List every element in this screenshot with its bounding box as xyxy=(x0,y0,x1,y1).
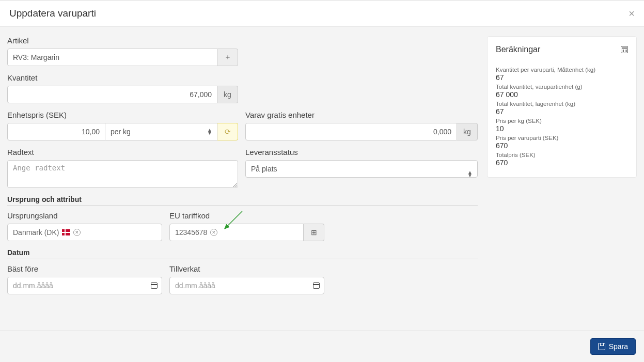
modal-body: Artikel ＋ Kvantitet kg xyxy=(0,27,644,330)
modal-footer: Spara xyxy=(0,330,644,362)
unitprice-per-select[interactable]: per kg xyxy=(105,123,217,140)
modal-title: Uppdatera varuparti xyxy=(9,8,96,19)
bestbefore-label: Bäst före xyxy=(7,264,162,273)
save-icon xyxy=(598,343,605,350)
freeunits-unit-addon: kg xyxy=(457,123,478,140)
calc-row: Pris per varuparti (SEK)670 xyxy=(496,135,628,150)
calc-row: Totalpris (SEK)670 xyxy=(496,152,628,167)
clear-tariff-button[interactable]: ✕ xyxy=(210,229,217,236)
plus-square-icon: ⊞ xyxy=(311,228,317,237)
calc-label: Total kvantitet, varupartienhet (g) xyxy=(496,84,628,90)
save-button[interactable]: Spara xyxy=(590,338,636,355)
calc-label: Kvantitet per varuparti, Måttenhet (kg) xyxy=(496,67,628,73)
article-input[interactable] xyxy=(7,49,217,66)
calc-value: 670 xyxy=(496,159,628,167)
form-area: Artikel ＋ Kvantitet kg xyxy=(7,36,487,321)
calculations-sidebar: Beräkningar Kvantitet per varuparti, Måt… xyxy=(487,36,637,321)
save-button-label: Spara xyxy=(609,342,628,351)
calc-row: Kvantitet per varuparti, Måttenhet (kg)6… xyxy=(496,67,628,82)
origin-country-label: Ursprungsland xyxy=(7,211,162,220)
calc-label: Totalpris (SEK) xyxy=(496,152,628,158)
calc-row: Pris per kg (SEK)10 xyxy=(496,118,628,133)
article-label: Artikel xyxy=(7,36,238,45)
tariff-field[interactable]: 12345678 ✕ xyxy=(169,224,304,241)
quantity-input[interactable] xyxy=(7,86,217,103)
delivery-select[interactable]: På plats xyxy=(245,160,478,178)
calculations-card: Beräkningar Kvantitet per varuparti, Måt… xyxy=(487,36,637,178)
delivery-label: Leveransstatus xyxy=(245,148,478,156)
add-article-button[interactable]: ＋ xyxy=(217,49,238,66)
calc-value: 670 xyxy=(496,141,628,150)
calc-value: 67 000 xyxy=(496,90,628,99)
calculations-list: Kvantitet per varuparti, Måttenhet (kg)6… xyxy=(496,67,628,167)
tariff-value: 12345678 xyxy=(175,228,207,237)
date-section-header: Datum xyxy=(7,248,478,259)
tariff-label: EU tariffkod xyxy=(169,211,324,220)
modal-update-batch: Uppdatera varuparti × Artikel ＋ xyxy=(0,0,644,362)
calc-value: 10 xyxy=(496,124,628,133)
calc-value: 67 xyxy=(496,73,628,82)
add-tariff-button[interactable]: ⊞ xyxy=(304,224,324,241)
rowtext-label: Radtext xyxy=(7,148,238,156)
calc-value: 67 xyxy=(496,107,628,116)
flag-dk-icon xyxy=(62,229,70,235)
refresh-price-button[interactable]: ⟳ xyxy=(217,123,238,140)
unitprice-input[interactable] xyxy=(7,123,105,140)
origin-country-field[interactable]: Danmark (DK) ✕ xyxy=(7,224,162,241)
bestbefore-input[interactable] xyxy=(7,277,162,294)
freeunits-input[interactable] xyxy=(245,123,457,140)
calc-label: Pris per varuparti (SEK) xyxy=(496,135,628,141)
calc-label: Total kvantitet, lagerenhet (kg) xyxy=(496,101,628,107)
origin-section-header: Ursprung och attribut xyxy=(7,195,478,206)
refresh-icon: ⟳ xyxy=(225,128,231,136)
origin-country-value: Danmark (DK) xyxy=(13,228,59,237)
calc-row: Total kvantitet, lagerenhet (kg)67 xyxy=(496,101,628,116)
calc-row: Total kvantitet, varupartienhet (g)67 00… xyxy=(496,84,628,99)
modal-header: Uppdatera varuparti × xyxy=(0,1,644,27)
rowtext-textarea[interactable] xyxy=(7,160,238,188)
calculations-title: Beräkningar xyxy=(496,45,540,54)
clear-origin-button[interactable]: ✕ xyxy=(73,229,81,236)
manufactured-label: Tillverkat xyxy=(169,264,324,273)
close-button[interactable]: × xyxy=(629,8,635,19)
freeunits-label: Varav gratis enheter xyxy=(245,111,478,119)
quantity-label: Kvantitet xyxy=(7,73,238,82)
plus-icon: ＋ xyxy=(224,53,231,62)
unitprice-label: Enhetspris (SEK) xyxy=(7,111,238,119)
calculator-icon xyxy=(621,46,628,53)
manufactured-input[interactable] xyxy=(169,277,324,294)
calc-label: Pris per kg (SEK) xyxy=(496,118,628,124)
quantity-unit-addon: kg xyxy=(217,86,238,103)
